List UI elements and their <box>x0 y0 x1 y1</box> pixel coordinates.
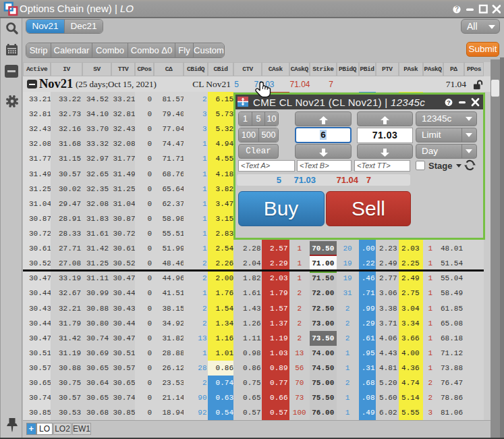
svg-text:?: ? <box>455 5 459 13</box>
svg-text:?: ? <box>447 99 451 106</box>
